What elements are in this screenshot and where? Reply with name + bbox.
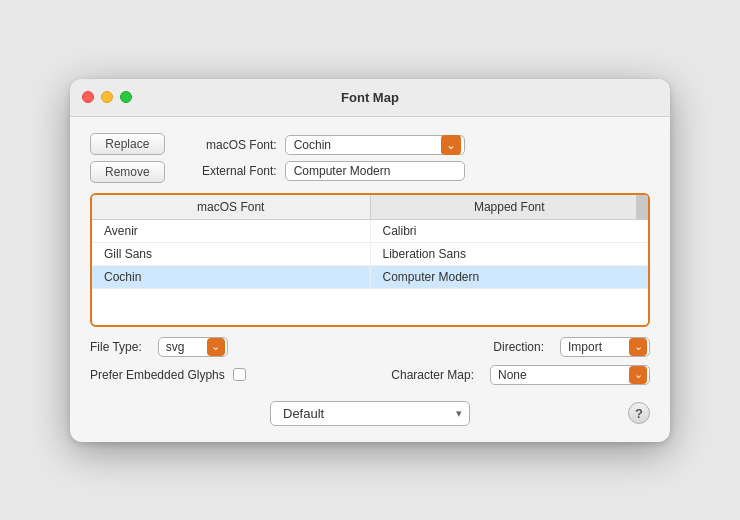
direction-select[interactable]: Import [560, 337, 650, 357]
table-row[interactable]: Cochin Computer Modern [92, 266, 648, 289]
glyphs-charmap-row: Prefer Embedded Glyphs Character Map: No… [90, 365, 650, 385]
file-type-label: File Type: [90, 340, 142, 354]
table-row-empty [92, 289, 648, 325]
macos-font-select-wrapper: Cochin [285, 135, 465, 155]
prefer-embedded-row: Prefer Embedded Glyphs [90, 368, 246, 382]
font-fields: macOS Font: Cochin External Font: [177, 135, 650, 181]
external-font-row: External Font: [177, 161, 650, 181]
cell-mapped: Calibri [371, 220, 649, 242]
direction-select-wrapper: Import [560, 337, 650, 357]
cell-mapped: Liberation Sans [371, 243, 649, 265]
cell-mapped: Computer Modern [371, 266, 649, 288]
default-select[interactable]: Default [270, 401, 470, 426]
maximize-button[interactable] [120, 91, 132, 103]
prefer-embedded-label: Prefer Embedded Glyphs [90, 368, 225, 382]
macos-font-label: macOS Font: [177, 138, 277, 152]
prefer-embedded-checkbox[interactable] [233, 368, 246, 381]
macos-font-select[interactable]: Cochin [285, 135, 465, 155]
titlebar: Font Map [70, 79, 670, 117]
table-row[interactable]: Avenir Calibri [92, 220, 648, 243]
character-map-select-wrapper: None [490, 365, 650, 385]
footer-row: Default ▾ ? [90, 401, 650, 426]
action-buttons: Replace Remove [90, 133, 165, 183]
traffic-lights [82, 91, 132, 103]
window-title: Font Map [341, 90, 399, 105]
table-row[interactable]: Gill Sans Liberation Sans [92, 243, 648, 266]
cell-macos: Avenir [92, 220, 371, 242]
external-font-label: External Font: [177, 164, 277, 178]
col-mapped-header: Mapped Font [371, 195, 649, 219]
direction-label: Direction: [493, 340, 544, 354]
remove-button[interactable]: Remove [90, 161, 165, 183]
default-select-wrapper: Default ▾ [270, 401, 470, 426]
font-map-window: Font Map Replace Remove macOS Font: Coch… [70, 79, 670, 442]
external-font-input[interactable] [285, 161, 465, 181]
font-map-table: macOS Font Mapped Font Avenir Calibri Gi… [90, 193, 650, 327]
table-header: macOS Font Mapped Font [92, 195, 648, 220]
window-content: Replace Remove macOS Font: Cochin Extern… [70, 117, 670, 442]
col-macos-header: macOS Font [92, 195, 371, 219]
character-map-label: Character Map: [391, 368, 474, 382]
close-button[interactable] [82, 91, 94, 103]
replace-button[interactable]: Replace [90, 133, 165, 155]
top-row: Replace Remove macOS Font: Cochin Extern… [90, 133, 650, 183]
bottom-rows: File Type: svg Direction: Import [90, 337, 650, 426]
macos-font-row: macOS Font: Cochin [177, 135, 650, 155]
help-button[interactable]: ? [628, 402, 650, 424]
file-type-direction-row: File Type: svg Direction: Import [90, 337, 650, 357]
table-body: Avenir Calibri Gill Sans Liberation Sans… [92, 220, 648, 325]
cell-macos: Gill Sans [92, 243, 371, 265]
file-type-select-wrapper: svg [158, 337, 228, 357]
minimize-button[interactable] [101, 91, 113, 103]
cell-macos: Cochin [92, 266, 371, 288]
character-map-select[interactable]: None [490, 365, 650, 385]
file-type-select[interactable]: svg [158, 337, 228, 357]
